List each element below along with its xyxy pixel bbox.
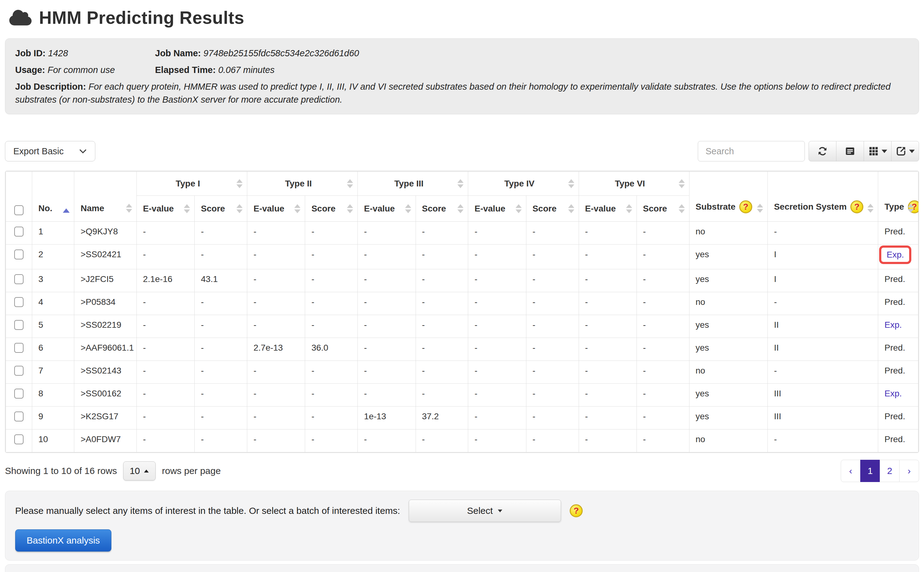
sort-carets-icon (626, 204, 632, 213)
sort-up-icon (294, 204, 301, 208)
sort-up-icon (568, 204, 574, 208)
sort-up-icon (347, 179, 353, 183)
column-header-type-ii-e-value[interactable]: E-value (247, 196, 305, 222)
export-select[interactable]: Export Basic (5, 141, 95, 162)
toggle-view-button[interactable] (836, 141, 864, 162)
sort-down-icon (294, 209, 301, 213)
toolbar-right (698, 141, 919, 162)
page-1-link[interactable]: 1 (865, 466, 876, 476)
row-select-cell (6, 407, 32, 429)
search-input[interactable] (698, 141, 805, 162)
type-link[interactable]: Exp. (884, 389, 902, 398)
row-checkbox[interactable] (14, 389, 23, 398)
pagination-prev[interactable]: ‹ (841, 460, 860, 482)
row-checkbox[interactable] (14, 434, 23, 444)
column-header-type[interactable]: Type? (878, 172, 918, 222)
cell-value: - (416, 315, 468, 338)
cell-value: - (416, 244, 468, 269)
cell-value: 36.0 (305, 338, 358, 361)
column-header-type-iii-score[interactable]: Score (416, 196, 468, 222)
column-header-name[interactable]: Name (74, 172, 137, 222)
column-label: No. (38, 204, 52, 213)
pagination-page-1[interactable]: 1 (860, 460, 880, 482)
cell-substrate: no (689, 292, 767, 315)
column-group-type-i[interactable]: Type I (137, 172, 247, 196)
caret-down-icon (498, 510, 502, 512)
sort-down-icon (757, 209, 763, 213)
sort-up-icon (457, 179, 464, 183)
column-header-no[interactable]: No. (32, 172, 74, 222)
column-label: Type (884, 202, 904, 212)
cell-value: - (416, 429, 468, 452)
row-checkbox[interactable] (14, 227, 23, 236)
sort-down-icon (184, 209, 190, 213)
row-checkbox[interactable] (14, 274, 23, 284)
row-checkbox[interactable] (14, 412, 23, 421)
help-icon[interactable]: ? (850, 201, 863, 213)
cell-value: - (526, 244, 579, 269)
cell-value: - (579, 384, 637, 407)
column-header-type-iv-e-value[interactable]: E-value (468, 196, 526, 222)
cell-secretion-system: II (768, 338, 878, 361)
column-header-substrate[interactable]: Substrate? (689, 172, 767, 222)
export-button[interactable] (891, 141, 919, 162)
row-checkbox[interactable] (14, 343, 23, 353)
batch-items-select[interactable]: Select (409, 500, 561, 522)
help-icon[interactable]: ? (570, 504, 583, 517)
column-header-type-i-e-value[interactable]: E-value (137, 196, 195, 222)
help-icon[interactable]: ? (739, 201, 752, 213)
cell-no: 8 (32, 384, 74, 407)
column-header-type-ii-score[interactable]: Score (305, 196, 358, 222)
column-header-secretion-system[interactable]: Secretion System? (768, 172, 878, 222)
row-checkbox[interactable] (14, 297, 23, 307)
column-group-type-iii[interactable]: Type III (358, 172, 468, 196)
table-body: 1>Q9KJY8----------no-Pred.2>SS02421-----… (6, 222, 918, 452)
cell-substrate: yes (689, 338, 767, 361)
pagination-page-2[interactable]: 2 (880, 460, 899, 482)
column-header-type-iv-score[interactable]: Score (526, 196, 579, 222)
cell-substrate: yes (689, 384, 767, 407)
row-select-cell (6, 315, 32, 338)
column-header-type-vi-e-value[interactable]: E-value (579, 196, 637, 222)
cell-value: - (305, 407, 358, 429)
select-all-checkbox[interactable] (14, 205, 23, 215)
columns-button[interactable] (864, 141, 891, 162)
column-header-type-i-score[interactable]: Score (195, 196, 247, 222)
row-checkbox[interactable] (14, 366, 23, 376)
cell-value: - (579, 292, 637, 315)
sort-down-icon (679, 184, 685, 188)
column-header-type-iii-e-value[interactable]: E-value (358, 196, 416, 222)
cell-type: Pred. (878, 361, 918, 384)
column-group-type-ii[interactable]: Type II (247, 172, 358, 196)
next-page-link[interactable]: › (904, 466, 914, 476)
page-size-button[interactable]: 10 (123, 461, 156, 480)
column-header-type-vi-score[interactable]: Score (637, 196, 689, 222)
row-checkbox[interactable] (14, 250, 23, 260)
elapsed-time-line: Elapsed Time: 0.067 minutes (155, 64, 909, 76)
cell-value: - (358, 429, 416, 452)
type-link[interactable]: Exp. (884, 320, 902, 330)
pagination-next[interactable]: › (899, 460, 919, 482)
cell-value: - (137, 315, 195, 338)
page-2-link[interactable]: 2 (884, 466, 896, 476)
job-description-label: Job Description: (15, 82, 86, 92)
prev-page-link[interactable]: ‹ (846, 466, 855, 476)
cell-value: - (247, 429, 305, 452)
column-group-type-vi[interactable]: Type VI (579, 172, 689, 196)
row-checkbox[interactable] (14, 320, 23, 330)
refresh-button[interactable] (809, 141, 837, 162)
table-header: No.NameType IType IIType IIIType IVType … (6, 172, 918, 222)
cell-value: - (637, 407, 689, 429)
sort-up-icon (867, 204, 874, 207)
cell-value: - (195, 244, 247, 269)
column-label: E-value (364, 204, 395, 213)
column-group-type-iv[interactable]: Type IV (468, 172, 579, 196)
sort-carets-icon (679, 179, 685, 188)
showing-text: Showing 1 to 10 of 16 rows (5, 466, 117, 476)
cell-value: - (579, 244, 637, 269)
bastionx-analysis-button[interactable]: BastionX analysis (15, 529, 111, 552)
cell-name: >P05834 (74, 292, 137, 315)
type-link[interactable]: Exp. (887, 250, 904, 260)
cell-value: - (247, 361, 305, 384)
cell-value: - (358, 222, 416, 244)
